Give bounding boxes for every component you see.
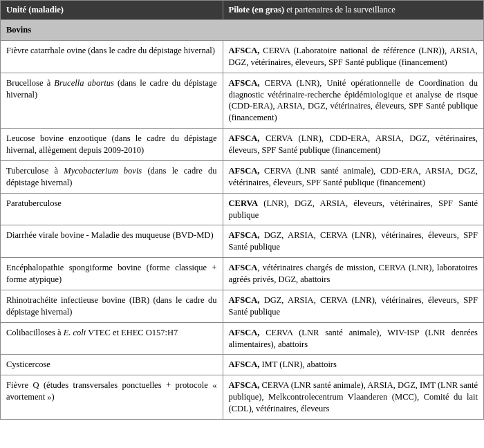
- table-row: Fièvre Q (études transversales ponctuell…: [1, 375, 484, 420]
- section-label: Bovins: [1, 20, 484, 41]
- disease-text: Colibacilloses à: [6, 328, 64, 337]
- pilote-name: AFSCA,: [229, 166, 260, 176]
- pilote-name: AFSCA,: [229, 78, 260, 88]
- table-row: Brucellose à Brucella abortus (dans le c…: [1, 73, 484, 129]
- partners-cell: AFSCA, DGZ, ARSIA, CERVA (LNR), vétérina…: [223, 225, 483, 258]
- disease-cell: Rhinotrachéite infectieuse bovine (IBR) …: [1, 290, 223, 322]
- partners-text: CERVA (LNR), CDD-ERA, ARSIA, DGZ, vétéri…: [229, 133, 478, 155]
- disease-text: Fièvre Q (études transversales ponctuell…: [6, 380, 217, 402]
- disease-cell: Tuberculose à Mycobacterium bovis (dans …: [1, 160, 223, 193]
- partners-text: DGZ, ARSIA, CERVA (LNR), vétérinaires, é…: [229, 295, 478, 317]
- pilote-name: AFSCA: [229, 263, 258, 272]
- disease-text: Diarrhée virale bovine - Maladie des muq…: [6, 230, 214, 240]
- partners-cell: AFSCA, vétérinaires chargés de mission, …: [223, 258, 483, 290]
- disease-cell: Encéphalopathie spongiforme bovine (form…: [1, 258, 223, 290]
- partners-text: (LNR), DGZ, ARSIA, éleveurs, vétérinaire…: [229, 198, 478, 220]
- partners-cell: AFSCA, CERVA (LNR), Unité opérationnelle…: [223, 73, 483, 129]
- disease-text: Rhinotrachéite infectieuse bovine (IBR) …: [6, 295, 217, 317]
- pilote-name: AFSCA,: [229, 380, 260, 390]
- disease-text: Fièvre catarrhale ovine (dans le cadre d…: [6, 46, 215, 55]
- surveillance-table: Unité (maladie) Pilote (en gras) et part…: [0, 0, 484, 420]
- table-row: CysticercoseAFSCA, IMT (LNR), abattoirs: [1, 355, 484, 375]
- disease-text: Encéphalopathie spongiforme bovine (form…: [6, 263, 217, 284]
- partners-text: CERVA (LNR santé animale), CDD-ERA, ARSI…: [229, 166, 478, 187]
- table-row: ParatuberculoseCERVA (LNR), DGZ, ARSIA, …: [1, 193, 484, 225]
- partners-text: CERVA (LNR santé animale), WIV-ISP (LNR …: [229, 328, 478, 349]
- disease-text: Cysticercose: [6, 360, 50, 369]
- table-row: Rhinotrachéite infectieuse bovine (IBR) …: [1, 290, 484, 322]
- partners-text: CERVA (LNR santé animale), ARSIA, DGZ, I…: [229, 380, 478, 413]
- partners-cell: AFSCA, IMT (LNR), abattoirs: [223, 355, 483, 375]
- table-row: Tuberculose à Mycobacterium bovis (dans …: [1, 160, 484, 193]
- disease-scientific-name: E. coli: [64, 328, 86, 337]
- partners-text: CERVA (LNR), Unité opérationnelle de Coo…: [229, 78, 478, 123]
- disease-text: Paratuberculose: [6, 198, 62, 208]
- pilote-name: AFSCA,: [229, 133, 260, 143]
- header-unit: Unité (maladie): [1, 1, 223, 20]
- disease-text: Leucose bovine enzootique (dans le cadre…: [6, 133, 217, 155]
- partners-cell: AFSCA, CERVA (Laboratoire national de ré…: [223, 40, 483, 73]
- table-row: Fièvre catarrhale ovine (dans le cadre d…: [1, 40, 484, 73]
- partners-cell: AFSCA, DGZ, ARSIA, CERVA (LNR), vétérina…: [223, 290, 483, 322]
- disease-text: Brucellose à: [6, 78, 54, 88]
- partners-cell: AFSCA, CERVA (LNR), CDD-ERA, ARSIA, DGZ,…: [223, 129, 483, 161]
- disease-cell: Fièvre Q (études transversales ponctuell…: [1, 375, 223, 420]
- pilote-name: AFSCA,: [229, 295, 260, 305]
- disease-text-post: VTEC et EHEC O157:H7: [86, 328, 178, 337]
- table-row: Encéphalopathie spongiforme bovine (form…: [1, 258, 484, 290]
- disease-cell: Cysticercose: [1, 355, 223, 375]
- table-row: Diarrhée virale bovine - Maladie des muq…: [1, 225, 484, 258]
- section-bovins: Bovins: [1, 20, 484, 41]
- pilote-name: CERVA: [229, 198, 258, 208]
- table-row: Leucose bovine enzootique (dans le cadre…: [1, 129, 484, 161]
- partners-cell: CERVA (LNR), DGZ, ARSIA, éleveurs, vétér…: [223, 193, 483, 225]
- header-pilote-rest: et partenaires de la surveillance: [286, 5, 395, 15]
- partners-cell: AFSCA, CERVA (LNR santé animale), ARSIA,…: [223, 375, 483, 420]
- disease-cell: Paratuberculose: [1, 193, 223, 225]
- partners-text: , vétérinaires chargés de mission, CERVA…: [229, 263, 478, 284]
- header-pilote-bold: Pilote (en gras): [229, 5, 287, 15]
- disease-scientific-name: Mycobacterium bovis: [64, 166, 142, 176]
- partners-cell: AFSCA, CERVA (LNR santé animale), CDD-ER…: [223, 160, 483, 193]
- table-row: Colibacilloses à E. coli VTEC et EHEC O1…: [1, 322, 484, 355]
- pilote-name: AFSCA,: [229, 328, 260, 337]
- disease-text: Tuberculose à: [6, 166, 64, 176]
- partners-text: IMT (LNR), abattoirs: [259, 360, 337, 369]
- disease-cell: Fièvre catarrhale ovine (dans le cadre d…: [1, 40, 223, 73]
- partners-text: CERVA (Laboratoire national de référence…: [229, 46, 478, 67]
- table-header-row: Unité (maladie) Pilote (en gras) et part…: [1, 1, 484, 20]
- partners-cell: AFSCA, CERVA (LNR santé animale), WIV-IS…: [223, 322, 483, 355]
- disease-scientific-name: Brucella abortus: [54, 78, 113, 88]
- pilote-name: AFSCA,: [229, 230, 260, 240]
- partners-text: DGZ, ARSIA, CERVA (LNR), vétérinaires, é…: [229, 230, 478, 252]
- disease-cell: Leucose bovine enzootique (dans le cadre…: [1, 129, 223, 161]
- pilote-name: AFSCA,: [229, 46, 260, 55]
- disease-cell: Colibacilloses à E. coli VTEC et EHEC O1…: [1, 322, 223, 355]
- disease-cell: Diarrhée virale bovine - Maladie des muq…: [1, 225, 223, 258]
- pilote-name: AFSCA,: [229, 360, 260, 369]
- header-pilote: Pilote (en gras) et partenaires de la su…: [223, 1, 483, 20]
- disease-cell: Brucellose à Brucella abortus (dans le c…: [1, 73, 223, 129]
